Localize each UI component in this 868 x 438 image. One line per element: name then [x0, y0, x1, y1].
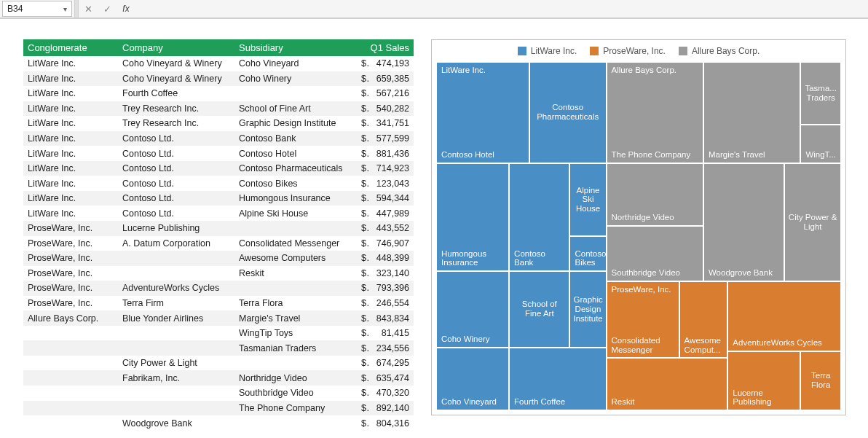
- cell-company[interactable]: Trey Research Inc.: [118, 101, 234, 117]
- cell-value[interactable]: 881,436: [370, 146, 414, 161]
- table-row[interactable]: LitWare Inc.Coho Vineyard & WineryCoho V…: [23, 56, 414, 71]
- cell-conglomerate[interactable]: LitWare Inc.: [23, 116, 118, 131]
- tile-reskit[interactable]: Reskit: [607, 358, 728, 410]
- cell-value[interactable]: 540,282: [370, 101, 414, 117]
- table-row[interactable]: LitWare Inc.Trey Research Inc.Graphic De…: [23, 116, 414, 131]
- tile-contoso-hotel[interactable]: LitWare Inc. Contoso Hotel: [436, 62, 529, 163]
- cell-conglomerate[interactable]: LitWare Inc.: [23, 71, 118, 87]
- cell-currency[interactable]: $: [357, 191, 370, 206]
- cell-company[interactable]: Terra Firm: [118, 296, 234, 311]
- cell-value[interactable]: 234,556: [370, 340, 414, 356]
- legend-item-litware[interactable]: LitWare Inc.: [518, 46, 577, 56]
- cell-subsidiary[interactable]: Humongous Insurance: [234, 191, 357, 206]
- cell-currency[interactable]: $: [357, 281, 370, 296]
- cell-subsidiary[interactable]: Alpine Ski House: [234, 206, 357, 221]
- cell-currency[interactable]: $: [357, 236, 370, 251]
- cell-conglomerate[interactable]: [23, 356, 118, 371]
- tile-gdi[interactable]: Graphic Design Institute: [569, 271, 606, 348]
- cell-currency[interactable]: $: [357, 131, 370, 146]
- cell-company[interactable]: Woodgrove Bank: [118, 415, 234, 431]
- table-row[interactable]: LitWare Inc.Trey Research Inc.School of …: [23, 101, 414, 117]
- table-row[interactable]: WingTip Toys$81,415: [23, 326, 414, 341]
- cell-company[interactable]: Contoso Ltd.: [118, 161, 234, 176]
- cell-conglomerate[interactable]: ProseWare, Inc.: [23, 236, 118, 251]
- table-row[interactable]: City Power & Light$674,295: [23, 356, 414, 371]
- legend-item-allure[interactable]: Allure Bays Corp.: [679, 46, 760, 56]
- cell-company[interactable]: Lucerne Publishing: [118, 221, 234, 236]
- cell-conglomerate[interactable]: LitWare Inc.: [23, 191, 118, 206]
- cell-subsidiary[interactable]: Contoso Bikes: [234, 176, 357, 191]
- cell-value[interactable]: 323,140: [370, 266, 414, 281]
- tile-wingtip[interactable]: WingT...: [800, 125, 841, 163]
- cell-subsidiary[interactable]: School of Fine Art: [234, 101, 357, 117]
- cell-subsidiary[interactable]: Graphic Design Institute: [234, 116, 357, 131]
- table-row[interactable]: LitWare Inc.Contoso Ltd.Humongous Insura…: [23, 191, 414, 206]
- cell-conglomerate[interactable]: LitWare Inc.: [23, 131, 118, 146]
- tile-alpine[interactable]: Alpine Ski House: [569, 163, 606, 236]
- cell-value[interactable]: 246,554: [370, 296, 414, 311]
- cell-company[interactable]: Coho Vineyard & Winery: [118, 56, 234, 71]
- cell-currency[interactable]: $: [357, 266, 370, 281]
- cell-conglomerate[interactable]: [23, 386, 118, 401]
- cell-value[interactable]: 793,396: [370, 281, 414, 296]
- cell-currency[interactable]: $: [357, 116, 370, 131]
- cell-currency[interactable]: $: [357, 370, 370, 386]
- cell-company[interactable]: Blue Yonder Airlines: [118, 310, 234, 326]
- table-row[interactable]: ProseWare, Inc.A. Datum CorporationConso…: [23, 236, 414, 251]
- cell-value[interactable]: 714,923: [370, 161, 414, 176]
- table-row[interactable]: LitWare Inc.Contoso Ltd.Contoso Bikes$12…: [23, 176, 414, 191]
- cell-conglomerate[interactable]: LitWare Inc.: [23, 161, 118, 176]
- table-row[interactable]: LitWare Inc.Contoso Ltd.Contoso Pharmace…: [23, 161, 414, 176]
- cell-subsidiary[interactable]: [234, 356, 357, 371]
- cell-conglomerate[interactable]: LitWare Inc.: [23, 86, 118, 101]
- cell-company[interactable]: Contoso Ltd.: [118, 176, 234, 191]
- cell-currency[interactable]: $: [357, 71, 370, 87]
- cell-subsidiary[interactable]: Consolidated Messenger: [234, 236, 357, 251]
- cell-currency[interactable]: $: [357, 296, 370, 311]
- cell-company[interactable]: [118, 401, 234, 416]
- tile-phone-company[interactable]: Allure Bays Corp. The Phone Company: [607, 62, 703, 163]
- table-row[interactable]: LitWare Inc.Coho Vineyard & WineryCoho W…: [23, 71, 414, 87]
- header-conglomerate[interactable]: Conglomerate: [23, 39, 118, 56]
- cell-currency[interactable]: $: [357, 401, 370, 416]
- cell-currency[interactable]: $: [357, 56, 370, 71]
- tile-consolidated[interactable]: ProseWare, Inc. Consolidated Messenger: [607, 281, 679, 358]
- cell-subsidiary[interactable]: Contoso Pharmaceuticals: [234, 161, 357, 176]
- formula-input[interactable]: [135, 0, 868, 17]
- cell-subsidiary[interactable]: Contoso Bank: [234, 131, 357, 146]
- cell-value[interactable]: 448,399: [370, 251, 414, 266]
- table-row[interactable]: LitWare Inc.Fourth Coffee$567,216: [23, 86, 414, 101]
- cell-subsidiary[interactable]: The Phone Company: [234, 401, 357, 416]
- cell-subsidiary[interactable]: [234, 86, 357, 101]
- fx-icon[interactable]: fx: [117, 0, 135, 17]
- cell-subsidiary[interactable]: WingTip Toys: [234, 326, 357, 341]
- cell-subsidiary[interactable]: Awesome Computers: [234, 251, 357, 266]
- cell-currency[interactable]: $: [357, 161, 370, 176]
- tile-awesome[interactable]: Awesome Comput...: [679, 281, 728, 358]
- cell-company[interactable]: Contoso Ltd.: [118, 146, 234, 161]
- cell-currency[interactable]: $: [357, 176, 370, 191]
- table-row[interactable]: ProseWare, Inc.Lucerne Publishing$443,55…: [23, 221, 414, 236]
- cell-conglomerate[interactable]: [23, 370, 118, 386]
- table-row[interactable]: Southbridge Video$470,320: [23, 386, 414, 401]
- cell-company[interactable]: Fourth Coffee: [118, 86, 234, 101]
- table-row[interactable]: ProseWare, Inc.Reskit$323,140: [23, 266, 414, 281]
- cell-currency[interactable]: $: [357, 221, 370, 236]
- tile-southbridge[interactable]: Southbridge Video: [607, 226, 703, 281]
- cell-company[interactable]: City Power & Light: [118, 356, 234, 371]
- cell-conglomerate[interactable]: ProseWare, Inc.: [23, 281, 118, 296]
- cell-conglomerate[interactable]: [23, 340, 118, 356]
- cell-company[interactable]: Contoso Ltd.: [118, 206, 234, 221]
- cell-company[interactable]: A. Datum Corporation: [118, 236, 234, 251]
- cell-currency[interactable]: $: [357, 310, 370, 326]
- tile-contoso-bank[interactable]: Contoso Bank: [509, 163, 569, 271]
- cell-subsidiary[interactable]: Southbridge Video: [234, 386, 357, 401]
- cell-subsidiary[interactable]: Coho Winery: [234, 71, 357, 87]
- cell-subsidiary[interactable]: Coho Vineyard: [234, 56, 357, 71]
- sales-table[interactable]: Conglomerate Company Subsidiary Q1 Sales…: [23, 39, 414, 431]
- cell-conglomerate[interactable]: Allure Bays Corp.: [23, 310, 118, 326]
- cell-value[interactable]: 635,474: [370, 370, 414, 386]
- cell-subsidiary[interactable]: Terra Flora: [234, 296, 357, 311]
- legend-item-proseware[interactable]: ProseWare, Inc.: [590, 46, 666, 56]
- tile-lucerne[interactable]: Lucerne Publishing: [727, 351, 800, 410]
